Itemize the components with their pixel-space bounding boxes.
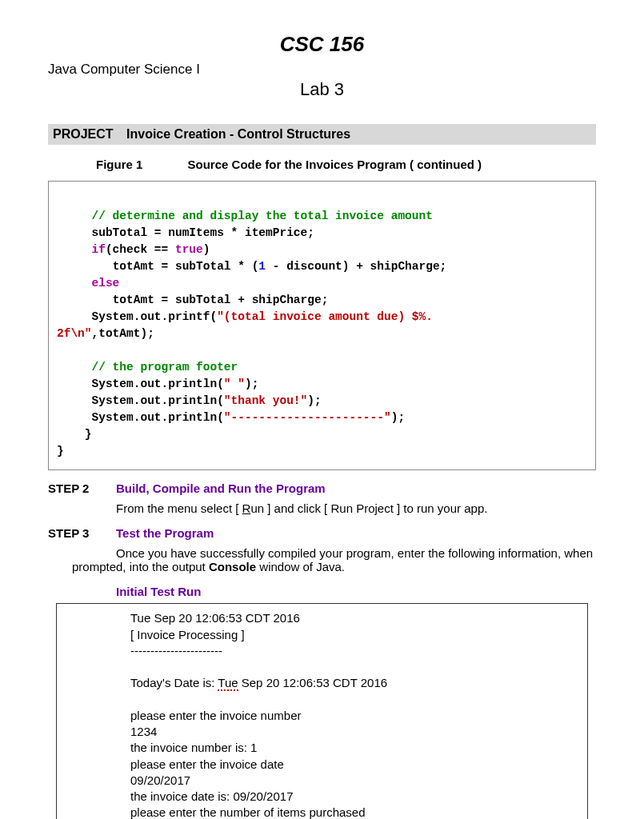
course-name: Java Computer Science I: [48, 62, 596, 78]
output-box: Tue Sep 20 12:06:53 CDT 2016 [ Invoice P…: [56, 603, 588, 819]
output-content: Tue Sep 20 12:06:53 CDT 2016 [ Invoice P…: [130, 610, 579, 819]
code-text: (check ==: [106, 243, 175, 256]
code-comment: // determine and display the total invoi…: [92, 210, 433, 222]
output-line: -----------------------: [130, 643, 579, 659]
output-line: Tue Sep 20 12:06:53 CDT 2016: [130, 610, 579, 626]
step2-label: STEP 2: [48, 481, 116, 495]
code-line: subTotal = numItems * itemPrice;: [57, 226, 314, 239]
code-text: System.out.println(: [57, 411, 224, 424]
figure-caption: Figure 1 Source Code for the Invoices Pr…: [96, 158, 596, 171]
code-text: - discount) + shipCharge;: [266, 260, 446, 273]
output-line: please enter the invoice date: [130, 757, 579, 773]
code-text: totAmt = subTotal * (: [57, 260, 258, 273]
code-keyword-true: true: [175, 243, 203, 256]
code-text: );: [391, 411, 405, 424]
project-label: PROJECT: [53, 127, 114, 141]
output-line: [ Invoice Processing ]: [130, 627, 579, 643]
course-code: CSC 156: [48, 32, 596, 57]
output-tue-underline: Tue: [218, 676, 238, 691]
code-number: 1: [258, 260, 266, 273]
step3-title: Test the Program: [116, 526, 214, 540]
step3-body: Once you have successfully compiled your…: [72, 546, 596, 573]
output-line: the invoice date is: 09/20/2017: [130, 789, 579, 805]
code-string: "----------------------": [224, 411, 391, 424]
initial-test-title: Initial Test Run: [116, 585, 596, 598]
step3-label: STEP 3: [48, 526, 116, 540]
code-comment: // the program footer: [92, 361, 238, 374]
code-text: ): [203, 243, 210, 256]
figure-text: Source Code for the Invoices Program ( c…: [188, 158, 482, 171]
code-keyword-else: else: [92, 277, 120, 290]
code-text: totAmt = subTotal + shipCharge;: [57, 294, 328, 306]
step2-text-b: ] and click [ Run Project ] to run your …: [264, 501, 487, 515]
step2-row: STEP 2 Build, Compile and Run the Progra…: [48, 481, 596, 495]
code-text: }: [57, 445, 64, 457]
code-text: System.out.println(: [57, 394, 224, 407]
output-line: 09/20/2017: [130, 773, 579, 789]
code-string: "thank you!": [224, 394, 307, 407]
code-string: 2f\n": [57, 327, 92, 340]
step2-body: From the menu select [ Run ] and click […: [116, 501, 596, 515]
step2-run-text: un: [250, 501, 264, 515]
output-text: Today's Date is:: [130, 676, 218, 689]
code-text: System.out.printf(: [57, 310, 217, 323]
code-text: System.out.println(: [57, 378, 224, 390]
code-keyword-if: if: [92, 243, 106, 256]
figure-label: Figure 1: [96, 158, 142, 171]
lab-title: Lab 3: [48, 79, 596, 100]
output-line: Today's Date is: Tue Sep 20 12:06:53 CDT…: [130, 675, 579, 691]
output-line: please enter the invoice number: [130, 708, 579, 724]
project-bar: PROJECT Invoice Creation - Control Struc…: [48, 124, 596, 145]
code-text: );: [245, 378, 258, 390]
output-text: Sep 20 12:06:53 CDT 2016: [238, 676, 388, 689]
code-string: " ": [224, 378, 245, 390]
step3-text-b: window of Java.: [256, 560, 345, 573]
code-text: );: [307, 394, 321, 407]
step2-text: From the menu select [: [116, 501, 242, 515]
output-line: please enter the number of items purchas…: [130, 805, 579, 819]
code-listing: // determine and display the total invoi…: [48, 181, 596, 470]
project-title: Invoice Creation - Control Structures: [126, 127, 350, 141]
step2-title: Build, Compile and Run the Program: [116, 481, 326, 495]
output-line: the invoice number is: 1: [130, 740, 579, 756]
output-line: 1234: [130, 724, 579, 740]
code-text: }: [57, 428, 92, 441]
code-text: ,totAmt);: [92, 327, 154, 340]
code-string: "(total invoice amount due) $%.: [217, 310, 433, 323]
step3-console-bold: Console: [209, 560, 256, 573]
step2-run-underline: R: [242, 501, 251, 515]
step3-row: STEP 3 Test the Program: [48, 526, 596, 540]
